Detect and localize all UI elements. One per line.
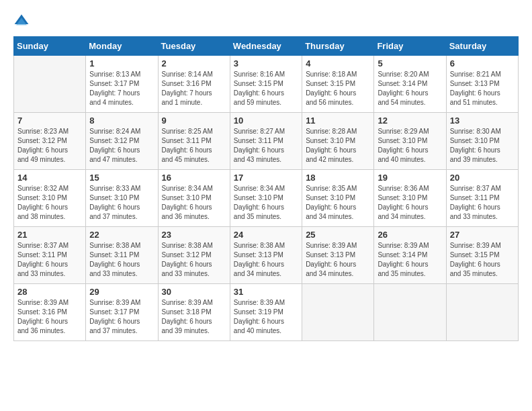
- day-info: Sunrise: 8:39 AMSunset: 3:15 PMDaylight:…: [450, 241, 515, 279]
- weekday-header-wednesday: Wednesday: [230, 37, 302, 56]
- day-info: Sunrise: 8:33 AMSunset: 3:10 PMDaylight:…: [89, 184, 154, 222]
- day-number: 5: [378, 58, 442, 68]
- calendar-cell: 30Sunrise: 8:39 AMSunset: 3:18 PMDayligh…: [158, 284, 230, 341]
- calendar-week-row: 21Sunrise: 8:37 AMSunset: 3:11 PMDayligh…: [14, 227, 519, 284]
- weekday-header-friday: Friday: [374, 37, 446, 56]
- day-info: Sunrise: 8:38 AMSunset: 3:13 PMDaylight:…: [234, 241, 298, 279]
- day-info: Sunrise: 8:32 AMSunset: 3:10 PMDaylight:…: [17, 184, 82, 222]
- calendar-cell: 8Sunrise: 8:24 AMSunset: 3:12 PMDaylight…: [86, 113, 158, 170]
- day-number: 20: [450, 173, 515, 183]
- day-number: 23: [162, 230, 226, 240]
- day-number: 31: [234, 287, 298, 297]
- day-number: 15: [89, 173, 154, 183]
- day-info: Sunrise: 8:20 AMSunset: 3:14 PMDaylight:…: [378, 70, 442, 107]
- day-number: 11: [306, 116, 370, 126]
- day-number: 4: [306, 58, 370, 68]
- day-number: 22: [89, 230, 154, 240]
- calendar-cell: 6Sunrise: 8:21 AMSunset: 3:13 PMDaylight…: [446, 56, 518, 113]
- weekday-header-tuesday: Tuesday: [158, 37, 230, 56]
- day-info: Sunrise: 8:37 AMSunset: 3:11 PMDaylight:…: [17, 241, 82, 279]
- calendar-cell: 19Sunrise: 8:36 AMSunset: 3:10 PMDayligh…: [374, 170, 446, 227]
- day-info: Sunrise: 8:24 AMSunset: 3:12 PMDaylight:…: [89, 127, 154, 165]
- day-info: Sunrise: 8:25 AMSunset: 3:11 PMDaylight:…: [162, 127, 226, 165]
- calendar-cell: 13Sunrise: 8:30 AMSunset: 3:10 PMDayligh…: [446, 113, 518, 170]
- day-number: 7: [17, 116, 82, 126]
- day-info: Sunrise: 8:39 AMSunset: 3:13 PMDaylight:…: [306, 241, 370, 279]
- day-info: Sunrise: 8:39 AMSunset: 3:17 PMDaylight:…: [89, 298, 154, 336]
- calendar-cell: 31Sunrise: 8:39 AMSunset: 3:19 PMDayligh…: [230, 284, 302, 341]
- weekday-header-monday: Monday: [86, 37, 158, 56]
- calendar-cell: 5Sunrise: 8:20 AMSunset: 3:14 PMDaylight…: [374, 56, 446, 113]
- day-number: 26: [378, 230, 442, 240]
- calendar-cell: 16Sunrise: 8:34 AMSunset: 3:10 PMDayligh…: [158, 170, 230, 227]
- day-number: 19: [378, 173, 442, 183]
- calendar-cell: 3Sunrise: 8:16 AMSunset: 3:15 PMDaylight…: [230, 56, 302, 113]
- calendar-cell: 24Sunrise: 8:38 AMSunset: 3:13 PMDayligh…: [230, 227, 302, 284]
- day-info: Sunrise: 8:36 AMSunset: 3:10 PMDaylight:…: [378, 184, 442, 222]
- day-number: 1: [89, 58, 154, 68]
- day-info: Sunrise: 8:39 AMSunset: 3:14 PMDaylight:…: [378, 241, 442, 279]
- day-number: 13: [450, 116, 515, 126]
- day-number: 10: [234, 116, 298, 126]
- calendar-cell: 18Sunrise: 8:35 AMSunset: 3:10 PMDayligh…: [302, 170, 374, 227]
- calendar-header-row: SundayMondayTuesdayWednesdayThursdayFrid…: [14, 37, 519, 56]
- calendar-cell: 10Sunrise: 8:27 AMSunset: 3:11 PMDayligh…: [230, 113, 302, 170]
- day-number: 12: [378, 116, 442, 126]
- calendar-cell: 9Sunrise: 8:25 AMSunset: 3:11 PMDaylight…: [158, 113, 230, 170]
- calendar-week-row: 7Sunrise: 8:23 AMSunset: 3:12 PMDaylight…: [14, 113, 519, 170]
- day-number: 29: [89, 287, 154, 297]
- day-number: 21: [17, 230, 82, 240]
- day-info: Sunrise: 8:28 AMSunset: 3:10 PMDaylight:…: [306, 127, 370, 165]
- weekday-header-saturday: Saturday: [446, 37, 518, 56]
- calendar-cell: 17Sunrise: 8:34 AMSunset: 3:10 PMDayligh…: [230, 170, 302, 227]
- day-info: Sunrise: 8:38 AMSunset: 3:12 PMDaylight:…: [162, 241, 226, 279]
- day-info: Sunrise: 8:13 AMSunset: 3:17 PMDaylight:…: [89, 70, 154, 107]
- day-info: Sunrise: 8:16 AMSunset: 3:15 PMDaylight:…: [234, 70, 298, 107]
- calendar-cell: 7Sunrise: 8:23 AMSunset: 3:12 PMDaylight…: [14, 113, 86, 170]
- day-number: 16: [162, 173, 226, 183]
- day-info: Sunrise: 8:34 AMSunset: 3:10 PMDaylight:…: [162, 184, 226, 222]
- day-info: Sunrise: 8:27 AMSunset: 3:11 PMDaylight:…: [234, 127, 298, 165]
- calendar-week-row: 28Sunrise: 8:39 AMSunset: 3:16 PMDayligh…: [14, 284, 519, 341]
- day-number: 27: [450, 230, 515, 240]
- day-info: Sunrise: 8:35 AMSunset: 3:10 PMDaylight:…: [306, 184, 370, 222]
- day-info: Sunrise: 8:23 AMSunset: 3:12 PMDaylight:…: [17, 127, 82, 165]
- calendar-cell: 2Sunrise: 8:14 AMSunset: 3:16 PMDaylight…: [158, 56, 230, 113]
- calendar-table: SundayMondayTuesdayWednesdayThursdayFrid…: [13, 36, 519, 341]
- day-info: Sunrise: 8:34 AMSunset: 3:10 PMDaylight:…: [234, 184, 298, 222]
- calendar-cell: 15Sunrise: 8:33 AMSunset: 3:10 PMDayligh…: [86, 170, 158, 227]
- day-number: 8: [89, 116, 154, 126]
- day-number: 14: [17, 173, 82, 183]
- calendar-cell: 4Sunrise: 8:18 AMSunset: 3:15 PMDaylight…: [302, 56, 374, 113]
- day-number: 9: [162, 116, 226, 126]
- day-number: 30: [162, 287, 226, 297]
- day-info: Sunrise: 8:39 AMSunset: 3:16 PMDaylight:…: [17, 298, 82, 336]
- calendar-cell: 21Sunrise: 8:37 AMSunset: 3:11 PMDayligh…: [14, 227, 86, 284]
- day-number: 28: [17, 287, 82, 297]
- calendar-cell: 26Sunrise: 8:39 AMSunset: 3:14 PMDayligh…: [374, 227, 446, 284]
- day-info: Sunrise: 8:14 AMSunset: 3:16 PMDaylight:…: [162, 70, 226, 107]
- weekday-header-thursday: Thursday: [302, 37, 374, 56]
- calendar-cell: 27Sunrise: 8:39 AMSunset: 3:15 PMDayligh…: [446, 227, 518, 284]
- calendar-cell: [446, 284, 518, 341]
- day-number: 24: [234, 230, 298, 240]
- day-info: Sunrise: 8:18 AMSunset: 3:15 PMDaylight:…: [306, 70, 370, 107]
- calendar-cell: [14, 56, 86, 113]
- weekday-header-sunday: Sunday: [14, 37, 86, 56]
- day-info: Sunrise: 8:30 AMSunset: 3:10 PMDaylight:…: [450, 127, 515, 165]
- calendar-cell: 1Sunrise: 8:13 AMSunset: 3:17 PMDaylight…: [86, 56, 158, 113]
- day-info: Sunrise: 8:38 AMSunset: 3:11 PMDaylight:…: [89, 241, 154, 279]
- calendar-cell: 23Sunrise: 8:38 AMSunset: 3:12 PMDayligh…: [158, 227, 230, 284]
- day-info: Sunrise: 8:29 AMSunset: 3:10 PMDaylight:…: [378, 127, 442, 165]
- calendar-cell: 11Sunrise: 8:28 AMSunset: 3:10 PMDayligh…: [302, 113, 374, 170]
- calendar-week-row: 14Sunrise: 8:32 AMSunset: 3:10 PMDayligh…: [14, 170, 519, 227]
- calendar-cell: 12Sunrise: 8:29 AMSunset: 3:10 PMDayligh…: [374, 113, 446, 170]
- calendar-cell: 22Sunrise: 8:38 AMSunset: 3:11 PMDayligh…: [86, 227, 158, 284]
- calendar-cell: 20Sunrise: 8:37 AMSunset: 3:11 PMDayligh…: [446, 170, 518, 227]
- day-info: Sunrise: 8:39 AMSunset: 3:18 PMDaylight:…: [162, 298, 226, 336]
- page-header: [13, 13, 519, 30]
- calendar-week-row: 1Sunrise: 8:13 AMSunset: 3:17 PMDaylight…: [14, 56, 519, 113]
- day-number: 2: [162, 58, 226, 68]
- calendar-cell: 25Sunrise: 8:39 AMSunset: 3:13 PMDayligh…: [302, 227, 374, 284]
- calendar-cell: [302, 284, 374, 341]
